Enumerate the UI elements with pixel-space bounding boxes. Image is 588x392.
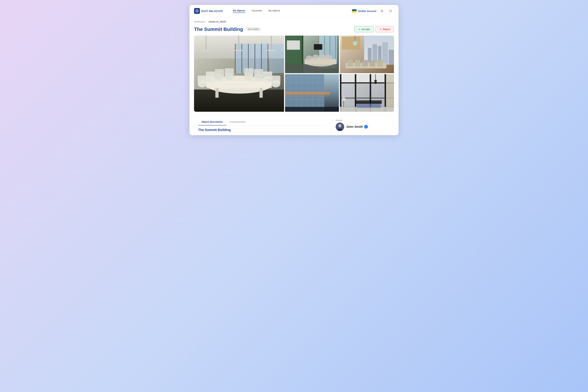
breadcrumb-parent[interactable]: Verification bbox=[194, 20, 205, 23]
nav-favourite[interactable]: Favourite bbox=[252, 9, 262, 13]
realtor-label: Realtor bbox=[336, 119, 390, 122]
breadcrumb-current: Details ID_49595 bbox=[208, 20, 226, 23]
svg-rect-107 bbox=[386, 74, 394, 112]
svg-rect-99 bbox=[355, 74, 356, 112]
svg-marker-115 bbox=[374, 80, 377, 84]
svg-rect-66 bbox=[389, 50, 394, 65]
svg-rect-114 bbox=[375, 74, 376, 80]
svg-rect-72 bbox=[370, 60, 375, 66]
svg-rect-101 bbox=[385, 74, 386, 112]
nav-all-objects[interactable]: All objects bbox=[233, 9, 245, 13]
realtor-name: John Smith bbox=[346, 125, 363, 128]
verified-checkmark-icon bbox=[364, 125, 368, 128]
svg-rect-30 bbox=[206, 72, 215, 79]
svg-rect-39 bbox=[238, 36, 239, 50]
svg-rect-73 bbox=[377, 60, 383, 66]
svg-rect-69 bbox=[348, 60, 353, 66]
svg-point-116 bbox=[373, 84, 378, 86]
gallery-main-image[interactable] bbox=[194, 36, 284, 112]
breadcrumb-separator: › bbox=[206, 20, 207, 23]
status-badge: Not verified bbox=[246, 27, 261, 31]
gallery-image-5[interactable] bbox=[340, 74, 394, 112]
svg-rect-36 bbox=[271, 76, 280, 83]
svg-point-2 bbox=[197, 10, 197, 11]
title-left: The Summit Building Not verified bbox=[194, 26, 261, 32]
svg-rect-65 bbox=[382, 42, 388, 65]
svg-rect-32 bbox=[224, 68, 234, 76]
header: DUST RELOCATE All objects Favourite My o… bbox=[190, 5, 398, 17]
svg-point-57 bbox=[325, 54, 332, 60]
verifier-label: Verifier account bbox=[358, 10, 376, 12]
svg-rect-94 bbox=[285, 92, 330, 94]
svg-rect-105 bbox=[340, 82, 394, 84]
svg-rect-33 bbox=[244, 68, 253, 76]
svg-rect-34 bbox=[254, 69, 263, 76]
main-nav: All objects Favourite My objects bbox=[233, 9, 352, 13]
accept-button[interactable]: Accept bbox=[354, 26, 374, 32]
svg-rect-67 bbox=[342, 37, 360, 50]
verifier-account[interactable]: Verifier account bbox=[352, 9, 376, 12]
svg-point-55 bbox=[312, 54, 319, 60]
ukraine-flag-icon bbox=[352, 9, 356, 12]
nav-my-objects[interactable]: My objects bbox=[268, 9, 280, 13]
svg-point-118 bbox=[338, 124, 342, 128]
svg-rect-40 bbox=[235, 50, 242, 51]
logo-text: DUST RELOCATE bbox=[201, 10, 223, 12]
header-right: Verifier account bbox=[352, 8, 394, 14]
svg-rect-31 bbox=[215, 69, 224, 76]
logo[interactable]: DUST RELOCATE bbox=[194, 8, 223, 14]
realtor-avatar bbox=[336, 122, 344, 131]
svg-rect-19 bbox=[215, 88, 218, 98]
description-title: The Summit Building bbox=[198, 128, 328, 132]
svg-point-54 bbox=[306, 56, 312, 61]
svg-rect-113 bbox=[356, 100, 382, 104]
svg-rect-12 bbox=[242, 44, 242, 73]
svg-rect-95 bbox=[285, 107, 339, 112]
svg-point-75 bbox=[353, 41, 357, 46]
svg-rect-106 bbox=[340, 98, 394, 98]
svg-rect-37 bbox=[206, 36, 206, 50]
realtor-info: John Smith bbox=[336, 122, 390, 131]
tabs: Object description Characteristics bbox=[198, 118, 328, 126]
gallery-image-2[interactable] bbox=[285, 36, 339, 73]
svg-rect-15 bbox=[261, 44, 262, 73]
tab-characteristics[interactable]: Characteristics bbox=[226, 118, 249, 126]
gallery-image-4[interactable] bbox=[285, 74, 339, 112]
svg-rect-20 bbox=[259, 88, 263, 98]
x-icon bbox=[379, 28, 382, 30]
description-panel: Object description Characteristics The S… bbox=[194, 115, 332, 135]
page-title: The Summit Building bbox=[194, 26, 243, 32]
svg-rect-18 bbox=[206, 81, 272, 88]
breadcrumb: Verification › Details ID_49595 bbox=[190, 17, 398, 24]
notification-button[interactable] bbox=[379, 8, 385, 14]
svg-rect-38 bbox=[202, 50, 210, 51]
gallery-image-3[interactable] bbox=[340, 36, 394, 73]
action-buttons: Accept Reject bbox=[354, 26, 394, 32]
svg-point-111 bbox=[342, 97, 346, 101]
page-title-area: The Summit Building Not verified Accept … bbox=[190, 24, 398, 36]
svg-rect-41 bbox=[271, 36, 272, 50]
tab-object-description[interactable]: Object description bbox=[198, 118, 226, 126]
svg-rect-29 bbox=[198, 76, 207, 83]
realtor-panel: Realtor John Smith bbox=[332, 115, 394, 135]
svg-point-56 bbox=[319, 54, 326, 60]
image-gallery bbox=[194, 36, 394, 112]
svg-rect-14 bbox=[254, 44, 255, 73]
svg-rect-11 bbox=[235, 44, 236, 73]
main-container: DUST RELOCATE All objects Favourite My o… bbox=[190, 5, 398, 135]
svg-rect-71 bbox=[362, 60, 368, 66]
logout-button[interactable] bbox=[388, 8, 394, 14]
svg-rect-98 bbox=[340, 74, 341, 112]
svg-rect-58 bbox=[287, 40, 300, 50]
svg-rect-70 bbox=[355, 60, 360, 66]
reject-button[interactable]: Reject bbox=[376, 26, 394, 32]
svg-rect-16 bbox=[268, 44, 268, 73]
logo-icon bbox=[194, 8, 200, 14]
check-icon bbox=[358, 28, 361, 30]
realtor-name-area: John Smith bbox=[346, 125, 368, 128]
svg-rect-59 bbox=[314, 44, 322, 50]
bottom-section: Object description Characteristics The S… bbox=[194, 115, 394, 135]
svg-rect-35 bbox=[263, 72, 272, 79]
svg-rect-42 bbox=[268, 50, 275, 51]
